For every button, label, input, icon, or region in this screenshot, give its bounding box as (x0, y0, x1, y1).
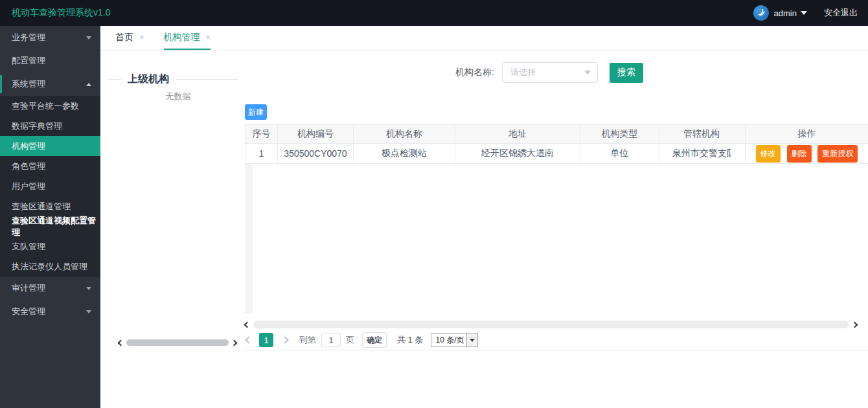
sidebar-item-label: 数据字典管理 (12, 120, 62, 132)
tab-org-mgmt[interactable]: 机构管理 × (164, 26, 211, 50)
chevron-down-icon (466, 334, 477, 346)
sidebar-submenu-system: 查验平台统一参数 数据字典管理 机构管理 角色管理 用户管理 查验区通道管理 查… (0, 96, 100, 277)
avatar[interactable] (753, 5, 769, 21)
sidebar-item-config-mgmt[interactable]: 配置管理 (0, 49, 100, 73)
close-icon[interactable]: × (139, 32, 144, 42)
sidebar-item-channel-mgmt[interactable]: 查验区通道管理 (0, 196, 100, 216)
app-window: 机动车查验管理系统v1.0 admin 安全退出 业务管理 配置管理 系统管理 (0, 0, 868, 408)
scrollbar-thumb[interactable] (126, 339, 229, 346)
logo-swoosh-icon (756, 8, 766, 18)
close-icon[interactable]: × (206, 32, 211, 42)
pagination: 1 到第 页 确定 共 1 条 10 条/页 (245, 332, 478, 348)
sidebar-item-system-mgmt[interactable]: 系统管理 (0, 73, 100, 96)
sidebar: 业务管理 配置管理 系统管理 查验平台统一参数 数据字典管理 机构管理 角色管理 (0, 26, 100, 408)
col-org-name: 机构名称 (354, 125, 455, 144)
topbar: 机动车查验管理系统v1.0 admin 安全退出 (0, 0, 868, 26)
sidebar-item-label: 机构管理 (12, 141, 45, 152)
confirm-button[interactable]: 确定 (362, 332, 387, 348)
sidebar-item-recorder-personnel[interactable]: 执法记录仪人员管理 (0, 256, 100, 277)
app-title: 机动车查验管理系统v1.0 (12, 7, 110, 19)
sidebar-item-org-mgmt[interactable]: 机构管理 (0, 136, 100, 156)
select-placeholder: 请选择 (510, 67, 536, 78)
goto-prefix-label: 到第 (299, 334, 316, 346)
next-page-icon[interactable] (281, 336, 288, 343)
sidebar-item-business-mgmt[interactable]: 业务管理 (0, 26, 100, 49)
tabbar: 首页 × 机构管理 × (100, 26, 868, 51)
tree-horizontal-scrollbar[interactable] (119, 338, 236, 347)
org-table-card: 新建 序号 机构编号 机构名称 地址 机构类型 管辖机构 操作 (245, 100, 868, 350)
chevron-up-icon (86, 83, 91, 86)
chevron-down-icon (86, 310, 91, 313)
sidebar-item-label: 查验区通道管理 (12, 201, 71, 212)
chevron-down-icon (86, 36, 91, 40)
sidebar-item-audit-mgmt[interactable]: 审计管理 (0, 277, 100, 300)
reauthorize-button[interactable]: 重新授权 (817, 145, 858, 163)
sidebar-item-security-mgmt[interactable]: 安全管理 (0, 300, 100, 323)
username[interactable]: admin (774, 8, 797, 18)
goto-suffix-label: 页 (346, 334, 354, 346)
goto-page-input[interactable] (321, 333, 341, 347)
scroll-right-icon[interactable] (852, 321, 858, 328)
sidebar-item-label: 配置管理 (12, 55, 45, 67)
search-button[interactable]: 搜索 (610, 63, 643, 83)
sidebar-item-label: 系统管理 (12, 78, 45, 90)
sidebar-item-channel-video-config[interactable]: 查验区通道视频配置管理 (0, 216, 100, 236)
sidebar-item-label: 支队管理 (12, 241, 45, 253)
parent-org-divider: 上级机构 (108, 73, 238, 86)
col-authority: 管辖机构 (659, 125, 746, 144)
page-button-1[interactable]: 1 (259, 333, 273, 347)
sidebar-item-platform-params[interactable]: 查验平台统一参数 (0, 96, 100, 116)
table-horizontal-scrollbar[interactable] (245, 320, 857, 329)
col-seq: 序号 (246, 125, 278, 144)
chevron-down-icon (86, 287, 91, 290)
delete-button[interactable]: 删除 (787, 145, 812, 163)
sidebar-item-label: 执法记录仪人员管理 (12, 261, 87, 273)
search-row: 机构名称: 请选择 搜索 (455, 62, 643, 83)
col-org-type: 机构类型 (580, 125, 659, 144)
sidebar-item-role-mgmt[interactable]: 角色管理 (0, 156, 100, 176)
chevron-down-icon (584, 71, 591, 74)
sidebar-item-label: 用户管理 (12, 181, 45, 192)
sidebar-item-detachment-mgmt[interactable]: 支队管理 (0, 236, 100, 256)
col-actions: 操作 (746, 125, 868, 144)
scroll-left-icon[interactable] (244, 321, 251, 328)
cell-org-type: 单位 (580, 144, 659, 164)
scroll-left-icon[interactable] (118, 339, 124, 346)
cell-address: 经开区锦绣大道南 (455, 144, 580, 164)
cell-org-name: 极点检测站 (354, 144, 455, 164)
total-count-label: 共 1 条 (397, 334, 423, 346)
page-size-select[interactable]: 10 条/页 (431, 333, 478, 347)
cell-actions: 修改 删除 重新授权 (746, 144, 868, 164)
sidebar-item-label: 安全管理 (12, 306, 45, 317)
sidebar-item-label: 业务管理 (12, 32, 45, 43)
col-org-code: 机构编号 (278, 125, 354, 144)
cell-org-code: 350500CY0070 (278, 144, 354, 164)
chevron-down-icon[interactable] (801, 11, 807, 15)
tab-label: 机构管理 (164, 32, 200, 43)
table-row: 1 350500CY0070 极点检测站 经开区锦绣大道南 单位 泉州市交警支队… (246, 144, 868, 164)
org-name-select[interactable]: 请选择 (502, 62, 598, 83)
tab-label: 首页 (115, 32, 133, 43)
table-vertical-scrollbar[interactable] (245, 164, 253, 313)
table-header-row: 序号 机构编号 机构名称 地址 机构类型 管辖机构 操作 (246, 125, 868, 144)
prev-page-icon[interactable] (245, 336, 252, 343)
org-tree-panel: 无数据 (107, 91, 249, 102)
tab-home[interactable]: 首页 × (115, 26, 144, 50)
sidebar-item-label: 查验平台统一参数 (12, 100, 79, 112)
sidebar-item-data-dictionary[interactable]: 数据字典管理 (0, 116, 100, 136)
sidebar-item-label: 查验区通道视频配置管理 (12, 215, 100, 238)
org-table: 序号 机构编号 机构名称 地址 机构类型 管辖机构 操作 1 350500CY0… (245, 124, 868, 164)
sidebar-item-label: 审计管理 (12, 282, 45, 294)
parent-org-title: 上级机构 (128, 73, 169, 86)
edit-button[interactable]: 修改 (756, 145, 781, 163)
tree-empty-text: 无数据 (107, 91, 249, 102)
sidebar-item-label: 角色管理 (12, 161, 45, 172)
org-name-label: 机构名称: (455, 67, 494, 78)
create-button[interactable]: 新建 (245, 104, 267, 120)
logout-button[interactable]: 安全退出 (824, 7, 858, 19)
cell-authority: 泉州市交警支队 (659, 144, 746, 164)
scroll-right-icon[interactable] (231, 339, 238, 346)
cell-seq: 1 (246, 144, 278, 164)
col-address: 地址 (455, 125, 580, 144)
sidebar-item-user-mgmt[interactable]: 用户管理 (0, 176, 100, 196)
